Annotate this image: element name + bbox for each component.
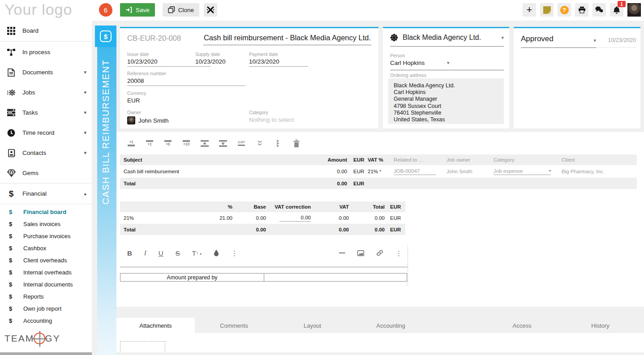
- sidebar-item-cashbox[interactable]: $Cashbox: [0, 242, 92, 254]
- sidebar-item-gems[interactable]: Gems: [0, 163, 92, 183]
- more-options-icon[interactable]: ⋮: [395, 250, 402, 257]
- tools-button[interactable]: [204, 3, 217, 17]
- company-select[interactable]: Black Media Agency Ltd. ▾: [390, 34, 504, 47]
- strikethrough-icon[interactable]: S: [176, 250, 180, 257]
- dollar-icon: $: [9, 209, 15, 215]
- notification-count-badge: 1: [618, 1, 626, 7]
- save-button[interactable]: Save: [120, 3, 155, 17]
- note-editor: B I U S T↕▾ ⋮ ⋮ Amount prepared by: [120, 245, 408, 286]
- sidebar-item-in-process[interactable]: In process: [0, 42, 92, 62]
- contacts-icon: [6, 149, 16, 157]
- reference-number-input[interactable]: 20008: [127, 77, 245, 86]
- sidebar-item-jobs[interactable]: Jobs ▾: [0, 82, 92, 103]
- insert-image-icon[interactable]: [357, 250, 364, 256]
- add-ten-rows-icon[interactable]: +10: [182, 140, 190, 146]
- status-select[interactable]: Approved ▾: [521, 34, 596, 48]
- line-items-total-row: Total 0.00 EUR: [120, 178, 637, 189]
- add-row-above-icon[interactable]: +1: [127, 140, 135, 146]
- help-button[interactable]: ?: [558, 3, 571, 17]
- notifications-button[interactable]: 1: [610, 3, 623, 17]
- owner-value[interactable]: John Smith: [127, 116, 169, 124]
- counter-badge: 6: [99, 3, 112, 17]
- chat-button[interactable]: [592, 3, 606, 17]
- tab-attachments[interactable]: Attachments: [116, 318, 195, 333]
- jobs-gear-icon: [6, 89, 16, 97]
- chevron-down-icon: ▾: [84, 130, 86, 136]
- currency-value[interactable]: EUR: [127, 97, 146, 104]
- notes-button[interactable]: [540, 3, 554, 17]
- payment-date-input[interactable]: 10/23/2020: [249, 58, 308, 67]
- tab-history[interactable]: History: [561, 318, 640, 333]
- sidebar-item-accounting[interactable]: $Accounting: [0, 315, 92, 327]
- sidebar-item-time-record[interactable]: Time record ▾: [0, 123, 92, 143]
- category-tool-icon[interactable]: CAT: [237, 141, 245, 146]
- sidebar-item-financial[interactable]: $ Financial ▴: [0, 183, 92, 204]
- dollar-icon: $: [9, 221, 15, 227]
- text-size-icon[interactable]: T↕▾: [192, 250, 202, 257]
- sidebar-item-own-job-report[interactable]: $Own job report: [0, 303, 92, 315]
- category-select[interactable]: Nothing to select: [249, 116, 294, 123]
- sidebar-item-tasks[interactable]: Tasks ▾: [0, 103, 92, 123]
- editor-text-area[interactable]: [120, 267, 408, 267]
- more-options-icon[interactable]: ⋮: [231, 250, 238, 257]
- italic-icon[interactable]: I: [144, 250, 146, 257]
- sidebar-item-purchase-invoices[interactable]: $Purchase invoices: [0, 230, 92, 242]
- item-vat-select[interactable]: 21% ▾: [368, 169, 394, 174]
- underline-icon[interactable]: U: [159, 250, 163, 257]
- sidebar-item-sales-invoices[interactable]: $Sales invoices: [0, 218, 92, 230]
- move-row-down-icon[interactable]: [219, 140, 227, 147]
- person-select[interactable]: Carl Hopkins ▾: [390, 60, 504, 70]
- sticky-note-icon: [543, 6, 551, 14]
- item-related-to-input[interactable]: JOB-00047: [394, 168, 447, 175]
- sidebar-item-documents[interactable]: Documents ▾: [0, 62, 92, 82]
- prepared-by-cell[interactable]: Amount prepared by: [120, 274, 264, 281]
- status-date: 10/23/2020: [597, 37, 636, 48]
- vat-rate-label: 21%: [124, 215, 192, 221]
- bottom-strip: [116, 352, 644, 355]
- print-button[interactable]: [575, 3, 588, 17]
- prepared-by-value-cell[interactable]: [264, 274, 407, 281]
- tab-comments[interactable]: Comments: [195, 318, 273, 333]
- add-row-below-icon[interactable]: +1: [146, 140, 154, 146]
- document-title-input[interactable]: Cash bill reimbursement - Black Media Ag…: [203, 34, 371, 45]
- ordering-address-label: Ordering address: [390, 73, 426, 78]
- item-subject-input[interactable]: Cash bill reimbursement: [124, 169, 312, 174]
- payment-date-label: Payment date: [249, 51, 308, 57]
- tab-access[interactable]: Access: [483, 318, 561, 333]
- dollar-icon: $: [6, 189, 16, 199]
- item-category-select[interactable]: Job expense▾: [494, 168, 562, 175]
- dollar-icon: $: [9, 317, 15, 324]
- line-item-row: Cash bill reimbursement 0.00 EUR 21% ▾ J…: [120, 165, 637, 178]
- clone-button[interactable]: Clone: [163, 3, 199, 17]
- item-client: Big Pharmacy, Inc.: [562, 169, 633, 174]
- sidebar-item-internal-documents[interactable]: $Internal documents: [0, 278, 92, 291]
- insert-link-icon[interactable]: [376, 249, 383, 257]
- sidebar-item-financial-board[interactable]: $Financial board: [0, 206, 92, 218]
- teamogy-logo: TEAMGY: [4, 333, 60, 344]
- company-card: Black Media Agency Ltd. ▾ Person Carl Ho…: [383, 27, 509, 128]
- horizontal-rule-icon[interactable]: [339, 252, 345, 253]
- tab-layout[interactable]: Layout: [273, 318, 352, 333]
- sidebar-item-board[interactable]: Board: [0, 21, 92, 41]
- sidebar-item-reports[interactable]: $Reports: [0, 291, 92, 303]
- item-amount-input[interactable]: 0.00: [312, 169, 347, 174]
- move-row-up-icon[interactable]: [201, 140, 209, 147]
- vat-correction-input[interactable]: 0.00: [266, 215, 311, 222]
- divider: [0, 41, 92, 42]
- supply-date-input[interactable]: 10/23/2020: [195, 58, 226, 65]
- collapse-rows-icon[interactable]: [256, 140, 264, 146]
- add-button[interactable]: +: [523, 3, 536, 17]
- bold-icon[interactable]: B: [127, 250, 132, 257]
- expand-rows-icon[interactable]: [274, 140, 282, 147]
- clock-icon: [6, 129, 16, 137]
- delete-row-icon[interactable]: [292, 140, 301, 147]
- add-five-rows-icon[interactable]: +5: [164, 140, 172, 146]
- user-avatar[interactable]: [627, 3, 641, 17]
- owner-label: Owner: [127, 110, 169, 115]
- sidebar-item-contacts[interactable]: Contacts ▾: [0, 143, 92, 163]
- sidebar-item-internal-overheads[interactable]: $Internal overheads: [0, 266, 92, 278]
- text-color-icon[interactable]: [214, 249, 219, 257]
- sidebar-item-client-overheads[interactable]: $Client overheads: [0, 254, 92, 266]
- item-job-owner: John Smith: [447, 169, 494, 174]
- tab-accounting[interactable]: Accounting: [352, 318, 430, 333]
